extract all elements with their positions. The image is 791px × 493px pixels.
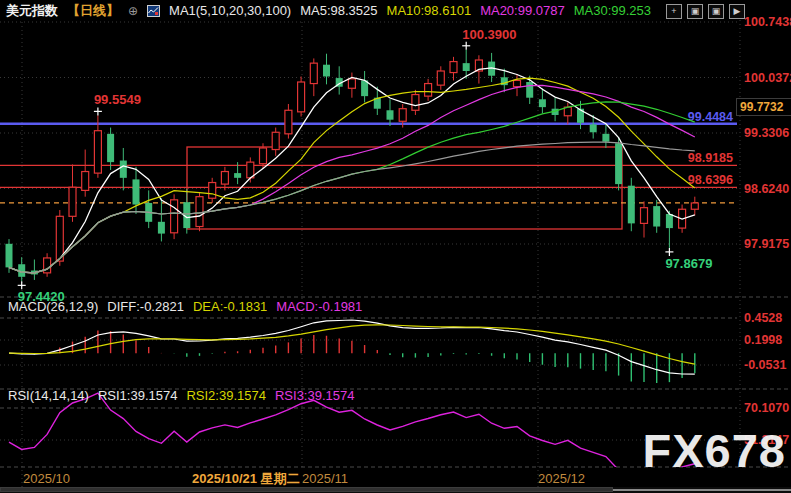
expand-icon[interactable]: ⊕ [128, 4, 138, 18]
svg-text:99.3306: 99.3306 [744, 126, 789, 140]
crosshair-date-label: 2025/10/21 星期二 [188, 470, 304, 488]
pan-tool-icon[interactable]: + [666, 4, 682, 19]
scrollbar-track-line [613, 489, 791, 491]
ma20-value: MA20:99.0787 [480, 3, 565, 18]
watermark: FX678 [643, 427, 786, 474]
rsi-title: RSI(14,14,14) [8, 388, 89, 403]
svg-text:98.6240: 98.6240 [744, 182, 789, 196]
svg-text:100.7438: 100.7438 [744, 15, 791, 29]
symbol-name: 美元指数 [6, 2, 58, 20]
rsi3-value: RSI3:39.1574 [275, 388, 355, 403]
svg-text:98.9185: 98.9185 [688, 151, 733, 165]
chart-canvas[interactable]: 100.7438100.037299.330698.624097.917599.… [0, 0, 791, 493]
svg-text:100.3900: 100.3900 [462, 27, 516, 42]
svg-text:100.0372: 100.0372 [744, 71, 791, 85]
ma30-value: MA30:99.253 [574, 3, 651, 18]
time-axis-label: 2025/10 [23, 471, 70, 486]
ma5-value: MA5:98.3525 [300, 3, 377, 18]
pane-indicator-icon[interactable]: ▣ [708, 4, 724, 19]
pane-forward-icon[interactable]: ▶ [729, 4, 745, 19]
rsi1-value: RSI1:39.1574 [98, 388, 178, 403]
crosshair-price-label: 99.7732 [736, 98, 791, 116]
pane-toolbar: + ▣ ▣ ▶ [666, 4, 745, 19]
rsi2-value: RSI2:39.1574 [186, 388, 266, 403]
macd-title: MACD(26,12,9) [8, 299, 98, 314]
svg-text:97.8679: 97.8679 [665, 256, 712, 271]
period-selector[interactable]: 【日线】 [67, 2, 119, 20]
svg-text:70.1070: 70.1070 [744, 401, 789, 415]
svg-text:0.1998: 0.1998 [744, 333, 782, 347]
macd-label-row: MACD(26,12,9) DIFF:-0.2821 DEA:-0.1831 M… [8, 299, 362, 314]
time-axis: 2025/102025/10/21 星期二2025/112025/12 [0, 469, 791, 488]
svg-text:99.5549: 99.5549 [94, 92, 141, 107]
ma10-value: MA10:98.6101 [387, 3, 472, 18]
macd-diff-value: DIFF:-0.2821 [107, 299, 184, 314]
ma-settings-label: MA1(5,10,20,30,100) [169, 3, 291, 18]
pane-grid-icon[interactable]: ▣ [687, 4, 703, 19]
svg-text:98.6396: 98.6396 [688, 173, 733, 187]
svg-text:0.4528: 0.4528 [744, 311, 782, 325]
horizontal-scrollbar[interactable] [0, 487, 791, 493]
macd-macd-value: MACD:-0.1981 [276, 299, 362, 314]
svg-text:97.9175: 97.9175 [744, 237, 789, 251]
chart-header: 美元指数 【日线】 ⊕ MA1(5,10,20,30,100) MA5:98.3… [6, 1, 651, 20]
scrollbar-thumb[interactable] [0, 487, 613, 492]
svg-text:-0.0531: -0.0531 [744, 358, 786, 372]
time-axis-label: 2025/12 [538, 471, 585, 486]
rsi-label-row: RSI(14,14,14) RSI1:39.1574 RSI2:39.1574 … [8, 388, 354, 403]
mini-chart-icon[interactable] [147, 5, 160, 17]
macd-dea-value: DEA:-0.1831 [193, 299, 267, 314]
chart-app: 100.7438100.037299.330698.624097.917599.… [0, 0, 791, 493]
time-axis-label: 2025/11 [302, 471, 348, 486]
